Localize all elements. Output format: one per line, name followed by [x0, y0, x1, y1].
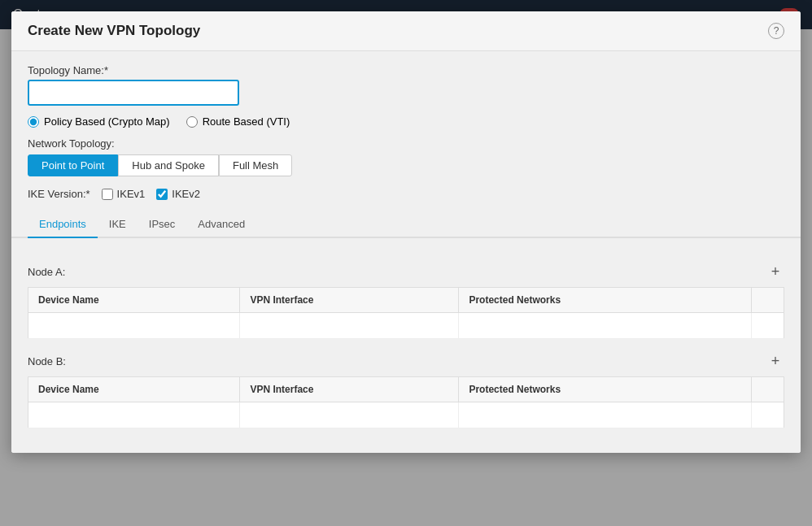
tab-advanced[interactable]: Advanced — [186, 211, 256, 238]
network-topology-label: Network Topology: — [28, 137, 784, 150]
tab-ike[interactable]: IKE — [98, 211, 138, 238]
tab-endpoints[interactable]: Endpoints — [28, 211, 98, 238]
node-a-empty-vpn — [240, 313, 459, 339]
node-a-col-protected-networks: Protected Networks — [459, 288, 752, 313]
node-a-add-button[interactable]: + — [766, 263, 784, 280]
node-a-title: Node A: — [28, 266, 65, 278]
node-a-empty-row — [28, 313, 784, 339]
node-b-col-actions — [752, 377, 784, 402]
node-a-header: Node A: + — [28, 263, 784, 280]
node-b-col-device-name: Device Name — [28, 377, 240, 402]
ikev1-checkbox[interactable] — [102, 189, 113, 200]
node-b-section: Node B: + Device Name VPN Interface Prot… — [28, 352, 784, 428]
modal: Create New VPN Topology ? Topology Name:… — [11, 11, 801, 453]
modal-overlay: Create New VPN Topology ? Topology Name:… — [0, 0, 812, 526]
node-b-table: Device Name VPN Interface Protected Netw… — [28, 376, 784, 428]
ike-version-label: IKE Version:* — [28, 188, 90, 200]
policy-based-radio[interactable] — [28, 116, 39, 128]
node-a-col-vpn-interface: VPN Interface — [240, 288, 459, 313]
topology-name-row: Topology Name:* — [28, 64, 784, 106]
network-topology-buttons: Point to Point Hub and Spoke Full Mesh — [28, 154, 784, 176]
topology-name-label: Topology Name:* — [28, 64, 784, 76]
node-b-empty-device — [28, 402, 240, 428]
node-b-empty-row — [28, 402, 784, 428]
route-based-label: Route Based (VTI) — [203, 115, 290, 128]
ikev2-label: IKEv2 — [172, 188, 200, 200]
node-b-col-protected-networks: Protected Networks — [459, 377, 752, 402]
modal-body: Topology Name:* Policy Based (Crypto Map… — [11, 51, 801, 251]
node-b-empty-networks — [459, 402, 752, 428]
route-based-radio[interactable] — [186, 116, 198, 128]
node-b-header-row: Device Name VPN Interface Protected Netw… — [28, 377, 784, 402]
node-a-table: Device Name VPN Interface Protected Netw… — [28, 287, 784, 339]
point-to-point-button[interactable]: Point to Point — [28, 154, 118, 176]
node-a-empty-device — [28, 313, 240, 339]
node-b-empty-vpn — [240, 402, 459, 428]
policy-based-label: Policy Based (Crypto Map) — [44, 115, 170, 128]
policy-based-option[interactable]: Policy Based (Crypto Map) — [28, 115, 170, 128]
node-b-add-button[interactable]: + — [766, 352, 784, 370]
node-a-empty-networks — [459, 313, 752, 339]
node-a-section: Node A: + Device Name VPN Interface Prot… — [28, 263, 784, 339]
node-b-col-vpn-interface: VPN Interface — [240, 377, 459, 402]
tab-ipsec[interactable]: IPsec — [138, 211, 187, 238]
node-b-title: Node B: — [28, 355, 66, 367]
route-based-option[interactable]: Route Based (VTI) — [186, 115, 290, 128]
node-b-empty-actions — [752, 402, 784, 428]
ikev2-checkbox[interactable] — [156, 189, 168, 200]
tabs-bar: Endpoints IKE IPsec Advanced — [11, 211, 801, 238]
node-a-col-actions — [752, 288, 784, 313]
hub-and-spoke-button[interactable]: Hub and Spoke — [118, 154, 219, 176]
topology-type-row: Policy Based (Crypto Map) Route Based (V… — [28, 115, 784, 128]
topology-name-input[interactable] — [28, 80, 239, 106]
modal-header: Create New VPN Topology ? — [11, 11, 801, 51]
node-a-header-row: Device Name VPN Interface Protected Netw… — [28, 288, 784, 313]
node-a-empty-actions — [752, 313, 784, 339]
network-topology-row: Network Topology: Point to Point Hub and… — [28, 137, 784, 176]
ike-version-row: IKE Version:* IKEv1 IKEv2 — [28, 188, 784, 200]
node-b-header: Node B: + — [28, 352, 784, 370]
modal-title: Create New VPN Topology — [28, 23, 200, 39]
ikev2-option: IKEv2 — [156, 188, 200, 200]
ikev1-label: IKEv1 — [117, 188, 146, 200]
ikev1-option: IKEv1 — [102, 188, 146, 200]
help-icon[interactable]: ? — [768, 23, 784, 39]
content-area: Node A: + Device Name VPN Interface Prot… — [11, 251, 801, 453]
node-a-col-device-name: Device Name — [28, 288, 240, 313]
full-mesh-button[interactable]: Full Mesh — [219, 154, 292, 176]
